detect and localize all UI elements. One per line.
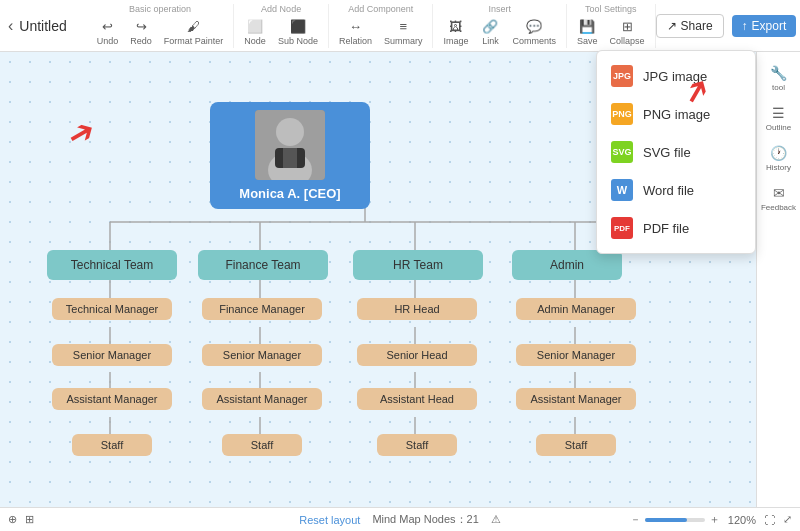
outline-icon: ☰	[772, 105, 785, 121]
team-hr[interactable]: HR Team	[353, 250, 483, 280]
hr-staff[interactable]: Staff	[377, 434, 457, 456]
collapse-button[interactable]: ⊞ Collapse	[606, 16, 649, 48]
tool-icon: 🔧	[770, 65, 787, 81]
undo-icon: ↩	[99, 18, 117, 36]
zoom-bar: － ＋	[630, 512, 720, 527]
status-bar-center: Reset layout Mind Map Nodes：21 ⚠	[299, 512, 501, 527]
export-button[interactable]: ↑ Export	[732, 15, 797, 37]
word-label: Word file	[643, 183, 694, 198]
tech-senior[interactable]: Senior Manager	[52, 344, 172, 366]
relation-button[interactable]: ↔ Relation	[335, 16, 376, 48]
tool-settings-label: Tool Settings	[585, 4, 637, 14]
svg-icon-text: SVG	[612, 147, 631, 157]
pdf-icon: PDF	[611, 217, 633, 239]
admin-assistant[interactable]: Assistant Manager	[516, 388, 636, 410]
hr-head[interactable]: HR Head	[357, 298, 477, 320]
sidebar-history-label: History	[766, 163, 791, 172]
svg-rect-26	[283, 148, 297, 168]
back-button[interactable]: ‹	[8, 14, 13, 38]
sidebar-feedback-icon[interactable]: ✉ Feedback	[761, 180, 797, 216]
add-component-label: Add Component	[348, 4, 413, 14]
reset-layout-button[interactable]: Reset layout	[299, 514, 360, 526]
export-png[interactable]: PNG PNG image	[597, 95, 755, 133]
zoom-out-button[interactable]: －	[630, 512, 641, 527]
grid-icon[interactable]: ⊞	[25, 513, 34, 526]
export-label: Export	[752, 19, 787, 33]
finance-assistant[interactable]: Assistant Manager	[202, 388, 322, 410]
warning-icon: ⚠	[491, 513, 501, 526]
sidebar-feedback-label: Feedback	[761, 203, 796, 212]
finance-manager[interactable]: Finance Manager	[202, 298, 322, 320]
basic-operation-group: Basic operation ↩ Undo ↪ Redo 🖌 Format P…	[87, 4, 235, 48]
export-svg[interactable]: SVG SVG file	[597, 133, 755, 171]
export-arrow-icon: ↑	[742, 19, 748, 33]
zoom-slider[interactable]	[645, 518, 705, 522]
history-icon: 🕐	[770, 145, 787, 161]
admin-staff[interactable]: Staff	[536, 434, 616, 456]
finance-staff[interactable]: Staff	[222, 434, 302, 456]
sidebar-outline-icon[interactable]: ☰ Outline	[761, 100, 797, 136]
share-button[interactable]: ↗ Share	[656, 14, 724, 38]
admin-manager[interactable]: Admin Manager	[516, 298, 636, 320]
hr-assistant[interactable]: Assistant Head	[357, 388, 477, 410]
sidebar-tool-icon[interactable]: 🔧 tool	[761, 60, 797, 96]
toolbar: ‹ Untitled Basic operation ↩ Undo ↪ Redo…	[0, 0, 800, 52]
save-icon: 💾	[578, 18, 596, 36]
add-component-group: Add Component ↔ Relation ≡ Summary	[329, 4, 434, 48]
fit-screen-button[interactable]: ⛶	[764, 514, 775, 526]
summary-icon: ≡	[394, 18, 412, 36]
export-jpg[interactable]: JPG JPG image	[597, 57, 755, 95]
sidebar-outline-label: Outline	[766, 123, 791, 132]
right-sidebar: 🔧 tool ☰ Outline 🕐 History ✉ Feedback	[756, 52, 800, 507]
tech-manager-label: Technical Manager	[66, 303, 158, 315]
tech-staff[interactable]: Staff	[72, 434, 152, 456]
export-pdf[interactable]: PDF PDF file	[597, 209, 755, 247]
team-finance[interactable]: Finance Team	[198, 250, 328, 280]
insert-label: Insert	[488, 4, 511, 14]
tech-assistant-label: Assistant Manager	[66, 393, 157, 405]
save-button[interactable]: 💾 Save	[573, 16, 602, 48]
pdf-label: PDF file	[643, 221, 689, 236]
redo-label: Redo	[130, 36, 152, 46]
png-icon-text: PNG	[612, 109, 632, 119]
format-painter-button[interactable]: 🖌 Format Painter	[160, 16, 228, 48]
redo-icon: ↪	[132, 18, 150, 36]
fit-icon[interactable]: ⊕	[8, 513, 17, 526]
redo-button[interactable]: ↪ Redo	[126, 16, 156, 48]
image-button[interactable]: 🖼 Image	[439, 16, 472, 48]
ceo-node[interactable]: Monica A. [CEO]	[210, 102, 370, 209]
admin-assistant-label: Assistant Manager	[530, 393, 621, 405]
export-word[interactable]: W Word file	[597, 171, 755, 209]
summary-button[interactable]: ≡ Summary	[380, 16, 427, 48]
fullscreen-button[interactable]: ⤢	[783, 513, 792, 526]
zoom-in-button[interactable]: ＋	[709, 512, 720, 527]
svg-label: SVG file	[643, 145, 691, 160]
admin-senior[interactable]: Senior Manager	[516, 344, 636, 366]
jpg-icon-text: JPG	[613, 71, 631, 81]
hr-head-label: HR Head	[394, 303, 439, 315]
link-label: Link	[482, 36, 499, 46]
image-icon: 🖼	[447, 18, 465, 36]
sub-node-button[interactable]: ⬛ Sub Node	[274, 16, 322, 48]
node-button[interactable]: ⬜ Node	[240, 16, 270, 48]
red-arrow-1: ➔	[60, 110, 102, 156]
hr-senior[interactable]: Senior Head	[357, 344, 477, 366]
admin-manager-label: Admin Manager	[537, 303, 615, 315]
zoom-fill	[645, 518, 687, 522]
tech-assistant[interactable]: Assistant Manager	[52, 388, 172, 410]
comments-button[interactable]: 💬 Comments	[508, 16, 560, 48]
node-icon: ⬜	[246, 18, 264, 36]
finance-senior[interactable]: Senior Manager	[202, 344, 322, 366]
undo-button[interactable]: ↩ Undo	[93, 16, 123, 48]
finance-staff-label: Staff	[251, 439, 273, 451]
add-component-items: ↔ Relation ≡ Summary	[335, 16, 427, 48]
team-technical[interactable]: Technical Team	[47, 250, 177, 280]
team-admin[interactable]: Admin	[512, 250, 622, 280]
image-label: Image	[443, 36, 468, 46]
team-admin-label: Admin	[550, 258, 584, 272]
tech-manager[interactable]: Technical Manager	[52, 298, 172, 320]
sidebar-history-icon[interactable]: 🕐 History	[761, 140, 797, 176]
link-button[interactable]: 🔗 Link	[476, 16, 504, 48]
sub-node-label: Sub Node	[278, 36, 318, 46]
relation-icon: ↔	[346, 18, 364, 36]
